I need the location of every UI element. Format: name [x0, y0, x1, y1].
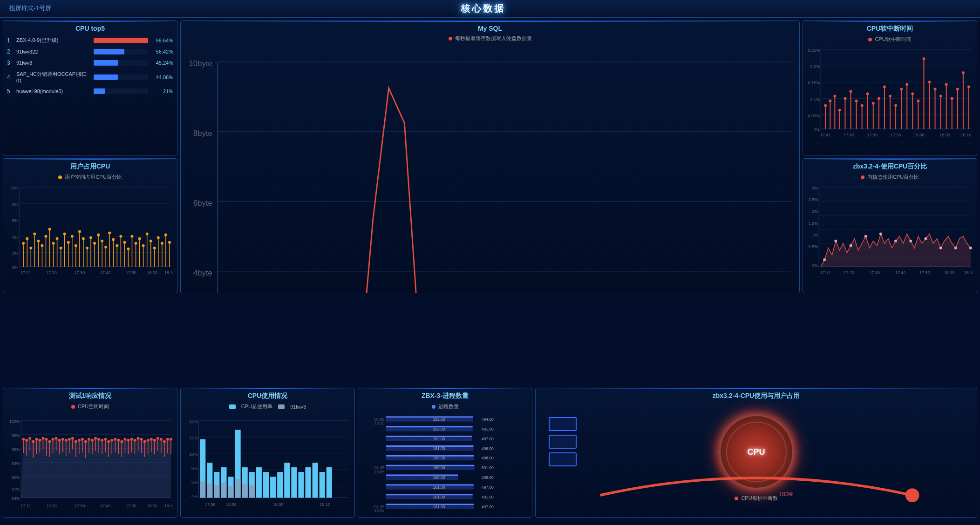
svg-point-51	[855, 100, 858, 102]
svg-point-218	[864, 235, 867, 238]
svg-text:17:50: 17:50	[867, 133, 878, 137]
cpu-pct: 56.42%	[151, 49, 173, 54]
svg-point-219	[879, 233, 882, 236]
panel-cpu-top5: CPU top5 1 ZBX-4.0-9(已升级) 99.64% 2 91lwv…	[3, 20, 177, 155]
svg-text:17:11: 17:11	[820, 270, 831, 275]
test1-legend-text: CPU空闲时间	[78, 403, 109, 410]
svg-text:18:05: 18:05	[374, 470, 385, 474]
svg-text:17:50: 17:50	[919, 270, 930, 275]
cpu-top5-row: 4 SAP_HC分销通用OCCAPI接口01 44.06%	[7, 71, 173, 83]
gauge-box-1	[549, 417, 577, 431]
zbx3-legend-dot	[432, 405, 436, 409]
panel-zbx-cpu-pct: zbx3.2-4-使用CPU百分比 内核态使用CPU百分比 3% 2.5% 2%…	[803, 158, 977, 293]
cpu-rank: 1	[7, 37, 14, 44]
svg-rect-394	[386, 416, 473, 417]
svg-text:17:40: 17:40	[100, 270, 111, 275]
svg-text:17:20: 17:20	[46, 504, 57, 508]
svg-point-263	[45, 438, 48, 441]
svg-point-65	[894, 104, 897, 107]
svg-text:409.00: 409.00	[482, 475, 494, 480]
svg-rect-406	[386, 445, 474, 447]
svg-point-323	[143, 440, 146, 443]
svg-text:18:05: 18:05	[939, 133, 950, 137]
svg-point-127	[48, 228, 51, 231]
svg-point-293	[94, 437, 97, 440]
svg-rect-398	[386, 426, 473, 427]
svg-rect-376	[313, 463, 318, 498]
user-cpu-dot	[58, 175, 62, 179]
svg-text:4%: 4%	[12, 235, 18, 240]
svg-point-135	[63, 233, 66, 236]
svg-rect-378	[327, 467, 332, 498]
svg-text:494.00: 494.00	[482, 417, 494, 422]
svg-point-115	[26, 237, 28, 240]
user-cpu-chart: 10% 8% 6% 4% 2% 0%	[7, 182, 173, 277]
svg-point-216	[834, 240, 837, 242]
svg-text:96%: 96%	[12, 447, 20, 452]
cpu-name: 91lwv3	[16, 60, 91, 66]
svg-point-119	[33, 233, 36, 236]
svg-text:160.00: 160.00	[433, 475, 445, 480]
svg-point-163	[116, 244, 118, 247]
svg-point-335	[163, 440, 166, 443]
svg-point-183	[153, 247, 156, 249]
svg-rect-382	[221, 483, 226, 498]
cpu-rank: 4	[7, 74, 14, 81]
svg-point-269	[55, 437, 58, 440]
svg-point-311	[123, 438, 126, 441]
svg-text:3%: 3%	[812, 186, 818, 190]
svg-text:18:00: 18:00	[944, 270, 954, 275]
svg-point-251	[25, 439, 28, 442]
svg-text:2.5%: 2.5%	[809, 197, 818, 202]
svg-point-137	[67, 241, 70, 244]
svg-point-297	[101, 439, 103, 442]
svg-point-329	[153, 439, 156, 442]
svg-text:17:11: 17:11	[20, 504, 31, 508]
svg-point-161	[112, 238, 115, 241]
svg-point-319	[137, 437, 140, 440]
svg-point-121	[37, 240, 40, 242]
cpu-rank: 2	[7, 48, 14, 55]
user-cpu-title: 用户占用CPU	[7, 162, 173, 171]
svg-point-171	[130, 235, 133, 238]
svg-point-259	[38, 439, 41, 442]
svg-point-289	[88, 438, 90, 441]
svg-point-220	[894, 240, 897, 242]
svg-point-273	[61, 438, 64, 441]
svg-point-157	[104, 246, 107, 249]
cpu-soft-interrupt-chart: 0.25% 0.2% 0.15% 0.1% 0.05% 0%	[807, 45, 973, 140]
test1-legend-dot	[71, 405, 75, 409]
svg-rect-420	[386, 475, 458, 476]
cpu-top5-row: 3 91lwv3 45.24%	[7, 60, 173, 66]
svg-text:17:40: 17:40	[100, 504, 111, 508]
svg-point-189	[164, 234, 167, 236]
svg-text:18:10: 18:10	[961, 133, 972, 137]
svg-text:1%: 1%	[812, 233, 818, 237]
svg-point-257	[35, 438, 38, 441]
svg-text:162.00: 162.00	[433, 417, 445, 422]
svg-point-307	[117, 439, 120, 442]
cpu-pct: 21%	[151, 88, 173, 94]
svg-point-303	[110, 439, 113, 442]
svg-text:18:00: 18:00	[914, 133, 925, 137]
svg-text:10%: 10%	[189, 452, 197, 457]
svg-text:102%: 102%	[9, 419, 20, 424]
svg-text:0.2%: 0.2%	[810, 64, 820, 69]
svg-point-317	[134, 439, 136, 442]
cpu-top5-row: 2 91lwv322 56.42%	[7, 48, 173, 55]
svg-point-339	[170, 438, 172, 441]
cpu-top5-list: 1 ZBX-4.0-9(已升级) 99.64% 2 91lwv322 56.42…	[7, 35, 173, 101]
svg-text:10byte: 10byte	[189, 59, 212, 68]
svg-text:0.25%: 0.25%	[808, 48, 820, 53]
header-title: 核心数据	[461, 2, 505, 15]
svg-point-67	[900, 88, 903, 91]
zbx-cpu-pct-title: zbx3.2-4-使用CPU百分比	[807, 162, 973, 171]
svg-point-73	[917, 100, 919, 102]
user-cpu-legend: 用户空间占用CPU百分比	[7, 174, 173, 181]
svg-point-281	[75, 440, 77, 443]
cpu-rank: 5	[7, 88, 14, 94]
test1-svg: 102% 99% 96% 93% 90% 87% 84%	[7, 412, 173, 513]
svg-point-57	[872, 102, 875, 105]
svg-point-305	[114, 438, 116, 441]
svg-point-255	[32, 440, 34, 443]
